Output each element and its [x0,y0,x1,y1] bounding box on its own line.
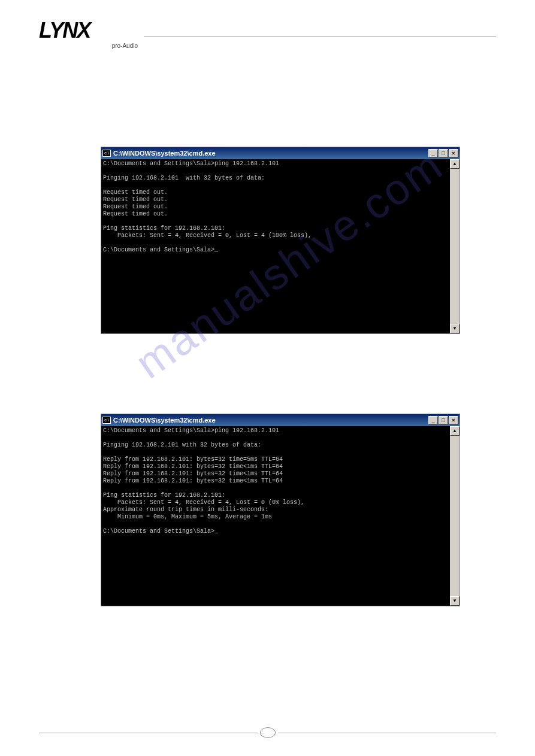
close-button[interactable]: × [449,149,458,157]
header-divider [144,37,496,37]
footer-divider-right [278,733,497,733]
page-header: LYNX pro-Audio [39,18,496,48]
cmd-body: C:\Documents and Settings\Sala>ping 192.… [101,159,460,333]
cmd-output[interactable]: C:\Documents and Settings\Sala>ping 192.… [101,426,460,536]
maximize-button[interactable]: □ [439,149,448,157]
cmd-window-ping-fail: c:\ C:\WINDOWS\system32\cmd.exe _ □ × C:… [101,147,460,334]
scroll-up-icon[interactable]: ▲ [450,159,460,169]
window-controls: _ □ × [428,149,458,157]
page-footer [39,727,496,738]
minimize-button[interactable]: _ [428,149,438,157]
close-button[interactable]: × [449,416,458,424]
window-controls: _ □ × [428,416,458,424]
logo-subtext: pro-Audio [112,42,138,49]
scroll-down-icon[interactable]: ▼ [450,596,460,606]
titlebar-left: c:\ C:\WINDOWS\system32\cmd.exe [102,150,216,157]
cmd-body: C:\Documents and Settings\Sala>ping 192.… [101,426,460,606]
scroll-down-icon[interactable]: ▼ [450,324,460,333]
scroll-up-icon[interactable]: ▲ [450,426,460,436]
footer-page-ellipse [260,727,276,738]
scrollbar[interactable]: ▲ ▼ [450,426,460,606]
footer-divider-left [39,733,258,733]
titlebar-left: c:\ C:\WINDOWS\system32\cmd.exe [102,417,216,424]
logo: LYNX pro-Audio [39,18,138,48]
logo-text: LYNX [39,18,90,42]
scroll-track[interactable] [450,436,460,596]
minimize-button[interactable]: _ [428,416,438,424]
cmd-icon: c:\ [102,417,111,424]
titlebar[interactable]: c:\ C:\WINDOWS\system32\cmd.exe _ □ × [101,147,460,159]
maximize-button[interactable]: □ [439,416,448,424]
cmd-window-ping-success: c:\ C:\WINDOWS\system32\cmd.exe _ □ × C:… [101,414,460,606]
titlebar[interactable]: c:\ C:\WINDOWS\system32\cmd.exe _ □ × [101,414,460,426]
cmd-output[interactable]: C:\Documents and Settings\Sala>ping 192.… [101,159,460,255]
titlebar-text: C:\WINDOWS\system32\cmd.exe [113,417,216,424]
scrollbar[interactable]: ▲ ▼ [450,159,460,333]
scroll-track[interactable] [450,169,460,324]
cmd-icon: c:\ [102,150,111,157]
titlebar-text: C:\WINDOWS\system32\cmd.exe [113,150,216,157]
